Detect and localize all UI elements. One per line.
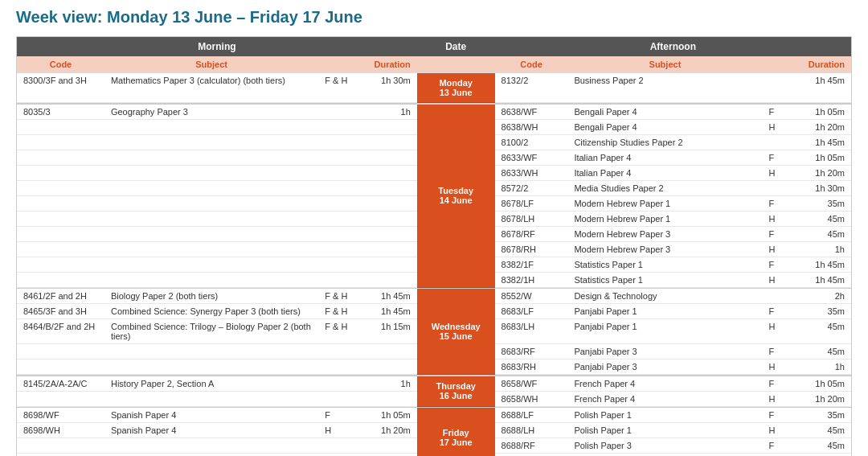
morning-empty-cell (358, 359, 417, 375)
afternoon-tier-cell: F (762, 408, 791, 423)
morning-empty-cell (358, 195, 417, 211)
afternoon-subject-cell: Statistics Paper 1 (567, 272, 762, 287)
morning-duration-cell: 1h 05m (358, 408, 417, 423)
morning-empty-cell (17, 438, 104, 454)
morning-empty-cell (104, 150, 318, 165)
morning-subject-cell: Combined Science: Synergy Paper 3 (both … (104, 304, 318, 319)
morning-code-cell: 8300/3F and 3H (17, 73, 104, 103)
afternoon-subject-cell: Panjabi Paper 1 (567, 304, 762, 319)
morning-empty-cell (17, 195, 104, 211)
morning-empty-cell (318, 359, 357, 375)
morning-empty-cell (318, 454, 357, 457)
morning-subject-cell: Spanish Paper 4 (104, 408, 318, 423)
date-cell: Wednesday15 June (417, 289, 495, 375)
morning-subject-cell: History Paper 2, Section A (104, 376, 318, 392)
morning-tier-cell: F & H (318, 289, 357, 304)
table-row: 8698/WFSpanish Paper 4F1h 05mFriday17 Ju… (17, 408, 851, 423)
morning-subject-cell: Combined Science: Trilogy – Biology Pape… (104, 319, 318, 344)
morning-empty-cell (104, 226, 318, 241)
morning-empty-cell (358, 119, 417, 134)
afternoon-subject-cell: Polish Paper 1 (567, 408, 762, 423)
afternoon-tier-cell: F (762, 376, 791, 392)
afternoon-subject-cell: French Paper 4 (567, 391, 762, 406)
morning-empty-cell (318, 165, 357, 180)
afternoon-code-cell: 8100/2 (495, 134, 568, 150)
afternoon-duration-cell: 45m (792, 438, 851, 454)
main-table: Morning Date Afternoon Code Subject Dura… (17, 37, 851, 456)
table-row: 8300/3F and 3HMathematics Paper 3 (calcu… (17, 73, 851, 103)
morning-code-cell: 8464/B/2F and 2H (17, 319, 104, 344)
morning-empty-cell (358, 150, 417, 165)
morning-empty-cell (17, 134, 104, 150)
morning-empty-cell (104, 454, 318, 457)
morning-empty-cell (318, 438, 357, 454)
morning-empty-cell (358, 241, 417, 257)
morning-empty-cell (358, 438, 417, 454)
morning-tier-header (318, 56, 357, 73)
afternoon-tier-cell: F (762, 226, 791, 241)
afternoon-code-cell: 8638/WF (495, 105, 568, 120)
date-header-empty (417, 56, 495, 73)
morning-empty-cell (104, 272, 318, 287)
afternoon-tier-cell (762, 73, 791, 103)
morning-code-cell: 8145/2A/A-2A/C (17, 376, 104, 392)
afternoon-code-cell: 8688/LH (495, 423, 568, 438)
afternoon-subject-cell: Polish Paper 1 (567, 423, 762, 438)
morning-subject-cell: Biology Paper 2 (both tiers) (104, 289, 318, 304)
afternoon-code-cell: 8688/LF (495, 408, 568, 423)
afternoon-code-cell: 8633/WF (495, 150, 568, 165)
morning-empty-cell (17, 180, 104, 195)
morning-empty-cell (318, 241, 357, 257)
morning-empty-cell (17, 165, 104, 180)
afternoon-code-header: Code (495, 56, 568, 73)
afternoon-subject-cell: Statistics Paper 1 (567, 257, 762, 272)
morning-empty-cell (358, 272, 417, 287)
morning-subject-cell: Geography Paper 3 (104, 105, 318, 120)
afternoon-duration-cell: 45m (792, 211, 851, 226)
afternoon-tier-cell (762, 134, 791, 150)
morning-subject-cell: Mathematics Paper 3 (calculator) (both t… (104, 73, 318, 103)
afternoon-tier-cell: H (762, 165, 791, 180)
table-row: 8035/3Geography Paper 31hTuesday14 June8… (17, 105, 851, 120)
morning-subject-header: Subject (104, 56, 318, 73)
morning-duration-cell: 1h (358, 105, 417, 120)
afternoon-code-cell: 8688/RH (495, 454, 568, 457)
morning-empty-cell (17, 272, 104, 287)
afternoon-subject-cell: Bengali Paper 4 (567, 119, 762, 134)
afternoon-duration-cell: 45m (792, 344, 851, 359)
afternoon-tier-cell: H (762, 423, 791, 438)
afternoon-tier-header (762, 56, 791, 73)
afternoon-tier-cell: F (762, 150, 791, 165)
morning-empty-cell (104, 241, 318, 257)
morning-empty-cell (358, 391, 417, 406)
afternoon-tier-cell: H (762, 319, 791, 344)
morning-empty-cell (17, 211, 104, 226)
date-cell: Thursday16 June (417, 376, 495, 407)
afternoon-duration-cell: 35m (792, 304, 851, 319)
afternoon-duration-cell: 35m (792, 408, 851, 423)
morning-empty-cell (104, 438, 318, 454)
afternoon-subject-cell: Panjabi Paper 1 (567, 319, 762, 344)
morning-empty-cell (358, 257, 417, 272)
afternoon-duration-cell: 1h (792, 359, 851, 375)
morning-empty-cell (318, 211, 357, 226)
afternoon-duration-cell: 1h 45m (792, 134, 851, 150)
afternoon-code-cell: 8678/LH (495, 211, 568, 226)
morning-empty-cell (318, 257, 357, 272)
morning-empty-cell (17, 454, 104, 457)
morning-tier-cell (318, 105, 357, 120)
morning-empty-cell (17, 257, 104, 272)
afternoon-tier-cell: F (762, 304, 791, 319)
morning-empty-cell (358, 344, 417, 359)
afternoon-duration-header: Duration (792, 56, 851, 73)
morning-empty-cell (318, 226, 357, 241)
morning-code-header: Code (17, 56, 104, 73)
afternoon-subject-cell: Design & Technology (567, 289, 762, 304)
afternoon-duration-cell: 2h (792, 289, 851, 304)
morning-empty-cell (104, 134, 318, 150)
afternoon-tier-cell: F (762, 257, 791, 272)
afternoon-code-cell: 8552/W (495, 289, 568, 304)
morning-empty-cell (358, 454, 417, 457)
morning-empty-cell (104, 195, 318, 211)
morning-empty-cell (104, 344, 318, 359)
